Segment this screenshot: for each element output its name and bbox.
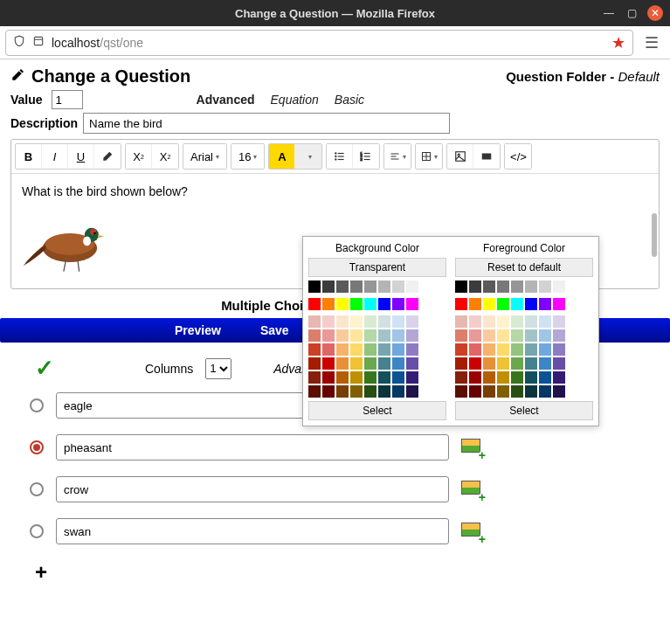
color-swatch[interactable]: [378, 329, 390, 342]
reset-default-button[interactable]: Reset to default: [455, 258, 593, 277]
color-swatch[interactable]: [364, 385, 376, 398]
color-swatch[interactable]: [322, 298, 335, 310]
color-swatch[interactable]: [350, 315, 363, 328]
color-swatch[interactable]: [497, 385, 509, 398]
editor-scrollbar[interactable]: [652, 213, 657, 257]
font-size-select[interactable]: 16: [231, 144, 264, 169]
answer-radio[interactable]: [30, 524, 44, 538]
color-swatch[interactable]: [497, 329, 509, 342]
tab-basic[interactable]: Basic: [335, 93, 364, 107]
color-swatch[interactable]: [350, 298, 363, 310]
color-swatch[interactable]: [336, 315, 349, 328]
font-family-select[interactable]: Arial: [183, 144, 226, 169]
color-swatch[interactable]: [336, 371, 349, 384]
color-swatch[interactable]: [469, 343, 481, 356]
color-swatch[interactable]: [308, 371, 321, 384]
text-color-dropdown[interactable]: [295, 144, 321, 169]
color-swatch[interactable]: [406, 329, 418, 342]
color-swatch[interactable]: [525, 371, 537, 384]
color-swatch[interactable]: [308, 280, 321, 293]
color-swatch[interactable]: [553, 343, 565, 356]
superscript-button[interactable]: X2: [126, 144, 152, 169]
color-swatch[interactable]: [308, 329, 321, 342]
color-swatch[interactable]: [392, 280, 404, 293]
color-swatch[interactable]: [378, 385, 390, 398]
bg-select-button[interactable]: Select: [308, 401, 446, 420]
color-swatch[interactable]: [483, 357, 495, 370]
color-swatch[interactable]: [392, 315, 404, 328]
color-swatch[interactable]: [378, 343, 390, 356]
color-swatch[interactable]: [322, 315, 335, 328]
color-swatch[interactable]: [483, 280, 495, 293]
color-swatch[interactable]: [364, 298, 376, 310]
color-swatch[interactable]: [483, 298, 495, 310]
answer-radio[interactable]: [30, 440, 44, 454]
answer-radio[interactable]: [30, 398, 44, 412]
text-color-button[interactable]: A: [269, 144, 295, 169]
color-swatch[interactable]: [378, 371, 390, 384]
close-icon[interactable]: ✕: [647, 5, 663, 21]
color-swatch[interactable]: [497, 298, 509, 310]
color-swatch[interactable]: [406, 343, 418, 356]
color-swatch[interactable]: [364, 329, 376, 342]
preview-button[interactable]: Preview: [175, 323, 221, 337]
color-swatch[interactable]: [497, 280, 509, 293]
color-swatch[interactable]: [308, 315, 321, 328]
color-swatch[interactable]: [378, 315, 390, 328]
color-swatch[interactable]: [511, 298, 523, 310]
description-input[interactable]: [83, 113, 450, 134]
color-swatch[interactable]: [364, 357, 376, 370]
color-swatch[interactable]: [308, 298, 321, 310]
color-swatch[interactable]: [350, 280, 363, 293]
color-swatch[interactable]: [497, 371, 509, 384]
color-swatch[interactable]: [455, 385, 467, 398]
color-swatch[interactable]: [539, 343, 551, 356]
add-image-button[interactable]: +: [461, 481, 482, 498]
color-swatch[interactable]: [378, 357, 390, 370]
align-button[interactable]: [384, 144, 411, 169]
color-swatch[interactable]: [469, 329, 481, 342]
bold-button[interactable]: B: [16, 144, 42, 169]
color-swatch[interactable]: [308, 385, 321, 398]
color-swatch[interactable]: [406, 315, 418, 328]
color-swatch[interactable]: [364, 343, 376, 356]
color-swatch[interactable]: [336, 280, 349, 293]
color-swatch[interactable]: [392, 371, 404, 384]
color-swatch[interactable]: [350, 385, 363, 398]
add-image-button[interactable]: +: [461, 439, 482, 456]
color-swatch[interactable]: [406, 298, 418, 310]
color-swatch[interactable]: [322, 343, 335, 356]
color-swatch[interactable]: [483, 371, 495, 384]
color-swatch[interactable]: [308, 343, 321, 356]
fg-select-button[interactable]: Select: [455, 401, 593, 420]
ordered-list-button[interactable]: 123: [353, 144, 379, 169]
color-swatch[interactable]: [392, 357, 404, 370]
color-swatch[interactable]: [336, 343, 349, 356]
code-view-button[interactable]: </>: [505, 144, 531, 169]
color-swatch[interactable]: [406, 385, 418, 398]
color-swatch[interactable]: [511, 329, 523, 342]
underline-button[interactable]: U: [68, 144, 94, 169]
color-swatch[interactable]: [455, 343, 467, 356]
color-swatch[interactable]: [378, 298, 390, 310]
color-swatch[interactable]: [469, 371, 481, 384]
eraser-button[interactable]: [94, 144, 121, 169]
color-swatch[interactable]: [336, 298, 349, 310]
color-swatch[interactable]: [511, 371, 523, 384]
color-swatch[interactable]: [511, 343, 523, 356]
color-swatch[interactable]: [406, 280, 418, 293]
color-swatch[interactable]: [469, 315, 481, 328]
color-swatch[interactable]: [336, 357, 349, 370]
color-swatch[interactable]: [553, 329, 565, 342]
color-swatch[interactable]: [525, 385, 537, 398]
color-swatch[interactable]: [469, 357, 481, 370]
color-swatch[interactable]: [392, 343, 404, 356]
color-swatch[interactable]: [392, 298, 404, 310]
color-swatch[interactable]: [392, 329, 404, 342]
answer-radio[interactable]: [30, 482, 44, 496]
color-swatch[interactable]: [483, 385, 495, 398]
save-button[interactable]: Save: [260, 323, 289, 337]
color-swatch[interactable]: [539, 280, 551, 293]
color-swatch[interactable]: [483, 329, 495, 342]
color-swatch[interactable]: [525, 343, 537, 356]
